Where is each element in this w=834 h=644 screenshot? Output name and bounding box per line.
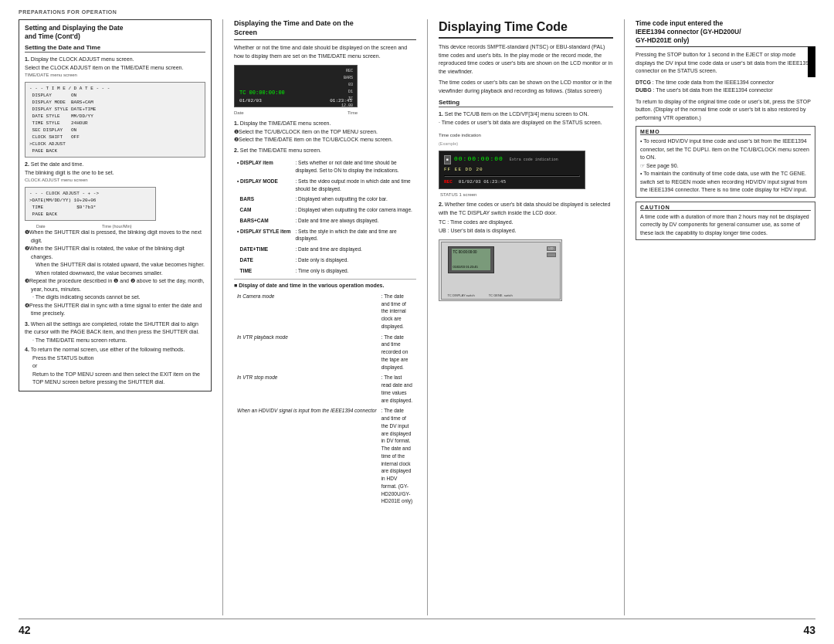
display-item-name: CAM xyxy=(236,205,292,215)
status-rec-row: REC 01/02/03 01:23:45 xyxy=(444,178,580,186)
device-image: TC 00:00:00:00 01/02/03 01:23:45 LCD xyxy=(439,239,562,301)
tc-option: TC : Time codes are displayed. xyxy=(439,219,613,227)
display-item-name: DATE+TIME xyxy=(236,245,292,254)
caution-text: A time code with a duration of more than… xyxy=(640,213,811,238)
ub-option: UB : User's bit data is displayed. xyxy=(439,227,613,236)
display-item-desc: : Displayed when outputting the color ca… xyxy=(293,205,415,215)
lcd-display: TC 00:00:00:00 01/02/03 01:23:45 xyxy=(452,249,490,270)
mid-step2: 2. Set the TIME/DATE menu screen. xyxy=(234,147,416,155)
status-tc-row: ■ 00:00:00:00 Extra code indication xyxy=(444,154,580,164)
right-main-title: Displaying Time Code xyxy=(439,19,613,39)
restore-text: To return to display of the original tim… xyxy=(636,98,815,123)
display-item-name: • DISPLAY STYLE item xyxy=(236,227,292,244)
status-date: 01/02/03 01:23:45 xyxy=(459,178,506,186)
display-item-desc: : Sets the video output mode in which da… xyxy=(293,177,415,194)
left-subsection-title: Setting the Date and Time xyxy=(25,44,205,53)
right-main-body: The time codes or user's bits can be sho… xyxy=(439,79,613,95)
display-row: TIME : Time only is displayed. xyxy=(236,266,415,276)
camera-mode-row: In VTR stop mode : The last read date an… xyxy=(236,373,415,405)
menu1-box: - - - T I M E / D A T E - - - DISPLAY ON… xyxy=(25,82,205,158)
menu2-time-label: Time (hour/Min) xyxy=(102,224,132,229)
camera-mode-desc: : The date and time recorded on the tape… xyxy=(380,333,415,372)
device-body: TC 00:00:00:00 01/02/03 01:23:45 LCD xyxy=(441,242,561,300)
screen-labels-row: Date Time xyxy=(234,110,358,115)
camera-mode-name: When an HDV/DV signal is input from the … xyxy=(236,406,378,506)
display-item-desc: : Sets whether or not date and time shou… xyxy=(293,158,415,175)
memo-title: MEMO xyxy=(640,129,811,135)
display-row: DATE : Date only is displayed. xyxy=(236,256,415,265)
switch-labels-row: TC DISPLAY switch TC GENE. switch xyxy=(448,293,513,297)
mid-section-title: Displaying the Time and Date on the Scre… xyxy=(234,19,416,40)
page-right: 43 xyxy=(803,624,815,636)
tc-example-label: (Example) xyxy=(439,140,500,148)
camera-mode-desc: : The date and time of the internal cloc… xyxy=(380,292,415,331)
tc-labels: Time code indication (Example) xyxy=(439,130,500,148)
device-mockup-area: TC 00:00:00:00 01/02/03 01:23:45 LCD xyxy=(439,239,613,301)
main-content: Setting and Displaying the Date and Time… xyxy=(19,19,815,615)
date-label: Date xyxy=(234,110,244,115)
section-box-left: Setting and Displaying the Date and Time… xyxy=(19,19,212,391)
display-item-desc: : Displayed when outputting the color ba… xyxy=(293,195,415,204)
bullets-section: ❶When the SHUTTER dial is pressed, the b… xyxy=(25,229,205,387)
display-row: BARS : Displayed when outputting the col… xyxy=(236,195,415,204)
buttons-area: LCD xyxy=(547,246,556,257)
mid-column: Displaying the Time and Date on the Scre… xyxy=(223,19,428,615)
ub-value: FF EE DD 20 xyxy=(444,166,483,174)
tc-value: 00:00:00:00 xyxy=(454,154,503,164)
camera-mode-table: In Camera mode : The date and time of th… xyxy=(234,290,416,507)
camera-mode-name: In VTR playback mode xyxy=(236,333,378,372)
status-label: STATUS 1 screen xyxy=(440,192,613,197)
memo-box: MEMO • To record HDV/DV input time code … xyxy=(636,126,815,198)
memo-item-0: • To record HDV/DV input time code and u… xyxy=(640,137,811,162)
page-container: PREPARATIONS FOR OPERATION Setting and D… xyxy=(0,0,834,644)
display-item-name: DATE xyxy=(236,256,292,265)
camera-mode-desc: : The date and time of the DV input are … xyxy=(380,406,415,506)
setting-title: Setting xyxy=(439,99,613,107)
caution-box: CAUTION A time code with a duration of m… xyxy=(636,202,815,241)
memo-item-2: • To maintain the continuity of time cod… xyxy=(640,170,811,195)
tc-indication-label: Time code indication xyxy=(439,130,500,140)
display-item-desc: : Sets the style in which the date and t… xyxy=(293,227,415,244)
camera-mode-name: In Camera mode xyxy=(236,292,378,331)
right-step1: 1. Set the TC/UB item on the LCD/VF[3/4]… xyxy=(439,110,613,127)
right-main: Displaying Time Code This device records… xyxy=(428,19,625,615)
display-item-desc: : Date and time are displayed. xyxy=(293,245,415,254)
tc-gene-switch-label: TC GENE. switch xyxy=(489,293,513,297)
display-item-name: TIME xyxy=(236,266,292,276)
lcd-bright-label: LCD xyxy=(547,246,556,251)
right-step2: 2. Whether time codes or user's bit data… xyxy=(439,201,613,217)
screen-tc-line: TC 00:00:00:00 xyxy=(239,90,352,97)
step2: 2. Set the date and time. The blinking d… xyxy=(25,161,205,177)
black-decoration-bar xyxy=(808,46,815,77)
menu2-box: - - - CLOCK ADJUST - + -> >DATE(MM/DD/YY… xyxy=(25,187,156,221)
right-far-title: Time code input entered the IEEE1394 con… xyxy=(636,19,815,47)
display-item-desc: : Date and time are always displayed. xyxy=(293,216,415,225)
camera-mode-desc: : The last read date and time values are… xyxy=(380,373,415,405)
display-row: DATE+TIME : Date and time are displayed. xyxy=(236,245,415,254)
left-column: Setting and Displaying the Date and Time… xyxy=(19,19,223,615)
menu2-date-label: Date xyxy=(36,224,46,229)
display-row: CAM : Displayed when outputting the colo… xyxy=(236,205,415,215)
display-items-table: • DISPLAY item : Sets whether or not dat… xyxy=(234,157,416,276)
display-row: • DISPLAY STYLE item : Sets the style in… xyxy=(236,227,415,244)
right-far-column: Time code input entered the IEEE1394 con… xyxy=(625,19,815,615)
button-2 xyxy=(547,253,556,257)
dtcg-line: DTCG : The time code data from the IEEE1… xyxy=(636,79,815,87)
display-note-title: ■ Display of date and time in the variou… xyxy=(234,282,416,290)
menu2-wrapper: - - - CLOCK ADJUST - + -> >DATE(MM/DD/YY… xyxy=(25,187,205,221)
step1: 1. Display the CLOCK ADJUST menu screen.… xyxy=(25,56,205,72)
header-label: PREPARATIONS FOR OPERATION xyxy=(19,9,815,15)
status-screen-area: Time code indication (Example) ■ 00:00:0… xyxy=(439,130,613,197)
menu2-label: CLOCK ADJUST menu screen xyxy=(25,177,205,184)
time-label: Time xyxy=(348,110,358,115)
camera-mode-row: In VTR playback mode : The date and time… xyxy=(236,333,415,372)
display-item-desc: : Date only is displayed. xyxy=(293,256,415,265)
display-item-name: BARS+CAM xyxy=(236,216,292,225)
status-screen-wrapper: Time code indication (Example) xyxy=(439,130,613,148)
menu1-label: TIME/DATE menu screen xyxy=(25,72,205,79)
lcd-screen: TC 00:00:00:00 01/02/03 01:23:45 xyxy=(448,246,494,273)
caution-title: CAUTION xyxy=(640,205,811,211)
right-section: Displaying Time Code This device records… xyxy=(428,19,815,615)
display-item-name: • DISPLAY MODE xyxy=(236,177,292,194)
display-item-name: BARS xyxy=(236,195,292,204)
